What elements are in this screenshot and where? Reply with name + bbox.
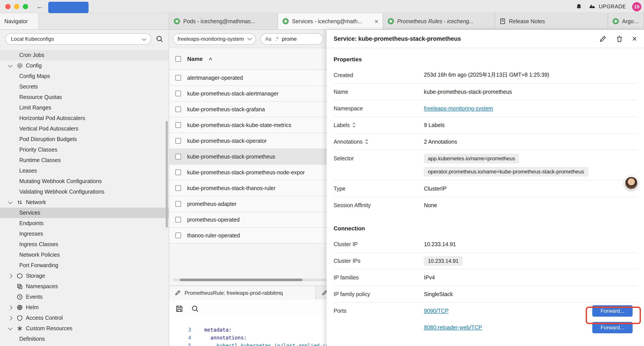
search-icon[interactable] [191,305,199,313]
search-icon[interactable] [156,35,164,43]
name-column-header[interactable]: Name [187,56,203,62]
sidebar-group-access-control[interactable]: Access Control [0,313,169,323]
sort-updown-icon[interactable] [352,122,356,128]
sidebar-item-secrets[interactable]: Secrets [0,81,169,92]
row-checkbox[interactable] [175,201,181,207]
sidebar-item-resource-quotas[interactable]: Resource Quotas [0,92,169,102]
window-close-button[interactable] [5,4,10,9]
dock-tab-prometheusrule[interactable]: PrometheusRule: freeleaps-prod-rabbitmq [169,286,316,300]
forward-button[interactable]: Forward... [592,322,632,333]
chevron-down-icon [248,36,252,40]
dock-tab-partial[interactable] [316,286,326,300]
regex-toggle[interactable]: .* [275,36,278,41]
sidebar-item-config-maps[interactable]: Config Maps [0,71,169,81]
sidebar-item-limit-ranges[interactable]: Limit Ranges [0,102,169,113]
sidebar-item-runtime-classes[interactable]: Runtime Classes [0,155,169,166]
notification-count-badge[interactable]: 15 [632,2,641,11]
table-row[interactable]: kube-prometheus-stack-alertmanager [169,86,326,102]
back-button[interactable]: ← [35,2,45,11]
row-checkbox[interactable] [175,106,181,112]
tab-argo[interactable]: Argo Se [608,13,644,29]
property-row-created: Created 253d 16h 6m ago (2025年1月13日 GMT+… [334,67,637,84]
tab-prometheus-rules[interactable]: Prometheus Rules - icecheng... [383,13,495,29]
search-input[interactable]: Aa .* prome [260,33,323,44]
sidebar-item-port-forwarding[interactable]: Port Forwarding [0,260,169,271]
user-avatar[interactable] [624,176,638,190]
row-checkbox[interactable] [175,122,181,128]
sort-asc-icon[interactable]: ^ [209,56,212,63]
sidebar-item-network-policies[interactable]: Network Policies [0,250,169,260]
row-checkbox[interactable] [175,138,181,144]
sidebar-item-definitions[interactable]: Definitions [0,334,169,344]
select-all-checkbox[interactable] [175,56,181,62]
edit-button[interactable] [599,35,607,43]
table-row[interactable]: kube-prometheus-stack-kube-state-metrics [169,117,326,133]
sidebar-item-mutating-webhook-configurations[interactable]: Mutating Webhook Configurations [0,176,169,187]
sidebar-item-vertical-pod-autoscalers[interactable]: Vertical Pod Autoscalers [0,123,169,134]
yaml-editor[interactable]: 3metadata: 4 annotations: 5 kubectl.kube… [169,318,326,346]
sidebar-item-events[interactable]: Events [0,292,169,302]
sidebar-item-cron-jobs[interactable]: Cron Jobs [0,50,169,60]
sidebar-group-helm[interactable]: Helm [0,302,169,313]
sidebar-item-priority-classes[interactable]: Priority Classes [0,145,169,155]
property-label: Type [334,185,424,192]
table-row[interactable]: kube-prometheus-stack-grafana [169,102,326,117]
row-checkbox[interactable] [175,169,181,175]
sidebar-item-validating-webhook-configurations[interactable]: Validating Webhook Configurations [0,187,169,197]
close-tab-icon[interactable]: × [374,18,378,24]
selector-badge: operator.prometheus.io/name=kube-prometh… [424,167,588,177]
delete-button[interactable] [616,35,624,43]
kubeconfig-selector[interactable]: Local Kubeconfigs [5,33,151,45]
match-case-toggle[interactable]: Aa [265,36,271,41]
sidebar-group-custom-resources[interactable]: Custom Resources [0,323,169,334]
namespace-link[interactable]: freeleaps-monitoring-system [424,105,493,111]
forward-button[interactable]: Forward... [592,305,632,317]
navigator-header[interactable]: Navigator [0,13,38,29]
notifications-bell-icon[interactable] [576,3,582,10]
table-row[interactable]: prometheus-operated [169,212,326,228]
tab-pods[interactable]: Pods - icecheng@mathmas... [169,13,278,29]
row-checkbox[interactable] [175,217,181,223]
sidebar-item-services[interactable]: Services [0,208,169,218]
save-icon[interactable] [175,305,183,313]
close-button[interactable]: × [632,34,637,43]
table-row[interactable]: kube-prometheus-stack-operator [169,133,326,149]
sidebar-item-ingress-classes[interactable]: Ingress Classes [0,239,169,250]
table-row[interactable]: alertmanager-operated [169,70,326,86]
table-row-selected[interactable]: kube-prometheus-stack-prometheus [169,149,326,165]
scrollbar-thumb[interactable] [180,279,302,281]
namespace-selector[interactable]: freeleaps-monitoring-system [173,33,256,44]
row-checkbox[interactable] [175,154,181,159]
upgrade-label: UPGRADE [599,3,626,10]
sidebar-item-ingresses[interactable]: Ingresses [0,229,169,239]
sidebar-item-horizontal-pod-autoscalers[interactable]: Horizontal Pod Autoscalers [0,113,169,123]
sidebar-item-leases[interactable]: Leases [0,166,169,176]
row-checkbox[interactable] [175,233,181,238]
sidebar-group-config[interactable]: Config [0,60,169,71]
sidebar-item-endpoints[interactable]: Endpoints [0,218,169,229]
row-checkbox[interactable] [175,75,181,81]
horizontal-scrollbar[interactable] [173,279,326,281]
sidebar-item-namespaces[interactable]: Namespaces [0,281,169,292]
tab-services[interactable]: Services - icecheng@math... × [278,13,383,29]
row-checkbox[interactable] [175,185,181,191]
table-row[interactable]: thanos-ruler-operated [169,228,326,244]
sidebar-scrollbar[interactable] [166,121,168,228]
forward-nav-button[interactable]: → [48,2,88,13]
row-checkbox[interactable] [175,91,181,96]
port-link[interactable]: 9090/TCP [424,308,449,314]
service-detail-panel: Service: kube-prometheus-stack-prometheu… [326,30,644,346]
sidebar-group-network[interactable]: Network [0,197,169,208]
window-zoom-button[interactable] [23,4,28,9]
table-row[interactable]: kube-prometheus-stack-prometheus-node-ex… [169,165,326,180]
chevron-right-icon [9,306,17,309]
upgrade-button[interactable]: UPGRADE [588,3,626,10]
table-row[interactable]: prometheus-adapter [169,196,326,212]
window-minimize-button[interactable] [14,4,19,9]
table-row[interactable]: kube-prometheus-stack-thanos-ruler [169,180,326,196]
sidebar-group-storage[interactable]: Storage [0,271,169,281]
tab-release-notes[interactable]: Release Notes [495,13,608,29]
port-link[interactable]: 8080:reloader-web/TCP [424,325,482,331]
sidebar-item-pod-disruption-budgets[interactable]: Pod Disruption Budgets [0,134,169,145]
sort-updown-icon[interactable] [365,139,369,145]
